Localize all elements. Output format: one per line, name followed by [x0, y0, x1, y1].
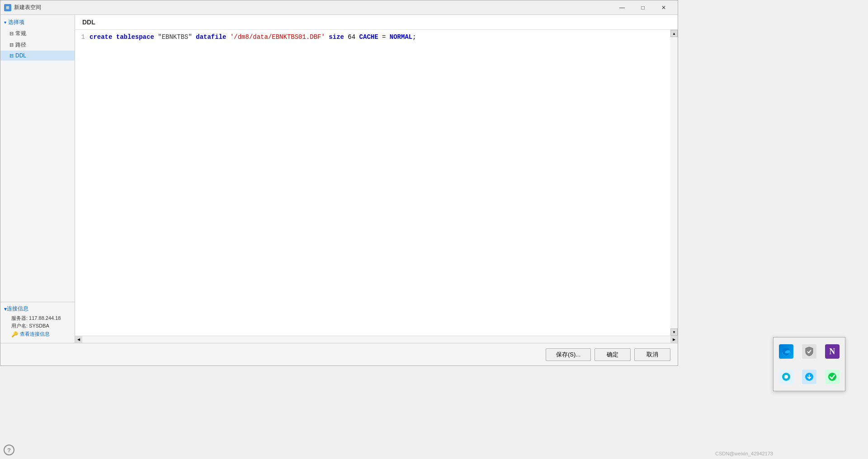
- dialog-window: ⊞ 新建表空间 — □ ✕ ▾ 选择项 ⊟ 常规 ⊟: [0, 0, 678, 366]
- system-tray-popup: N: [773, 337, 845, 391]
- title-bar: ⊞ 新建表空间 — □ ✕: [0, 0, 678, 15]
- shield-icon: [802, 344, 816, 359]
- connection-info-section: ▾ 连接信息 服务器: 117.88.244.18 用户名: SYSDBA 🔑 …: [0, 302, 75, 341]
- kw-normal: NORMAL: [390, 33, 412, 41]
- line-numbers: 1: [75, 33, 90, 41]
- ddl-icon: ⊟: [9, 53, 14, 59]
- green-icon: [825, 370, 840, 384]
- sidebar-item-ddl-label: DDL: [15, 52, 26, 59]
- tray-icon-download[interactable]: [798, 365, 821, 389]
- vertical-scrollbar[interactable]: ▲ ▼: [670, 30, 678, 336]
- h-scroll-track: [82, 336, 670, 343]
- cancel-button[interactable]: 取消: [634, 348, 670, 361]
- connection-section-header[interactable]: ▾ 连接信息: [4, 305, 71, 313]
- username-info: 用户名: SYSDBA: [4, 322, 71, 330]
- window-icon: ⊞: [4, 4, 11, 11]
- note-icon: N: [825, 344, 840, 359]
- line-number-1: 1: [75, 33, 85, 41]
- kw-datafile: datafile: [196, 33, 226, 41]
- editor-area: DDL 1 create tablespace "EBNKTBS" datafi…: [75, 15, 678, 343]
- sidebar-item-regular-label: 常规: [15, 30, 26, 37]
- tray-icon-browser[interactable]: [775, 365, 797, 389]
- sidebar-item-path[interactable]: ⊟ 路径: [0, 39, 75, 51]
- view-connection-label: 查看连接信息: [20, 331, 50, 337]
- svg-point-4: [828, 373, 836, 381]
- scroll-up-btn[interactable]: ▲: [670, 30, 678, 37]
- tray-icon-note[interactable]: N: [821, 339, 843, 364]
- tray-icon-green[interactable]: [821, 365, 843, 389]
- scroll-left-btn[interactable]: ◀: [75, 336, 82, 343]
- edge-icon: [779, 344, 793, 359]
- kw-size: size: [329, 33, 344, 41]
- close-button[interactable]: ✕: [653, 0, 674, 15]
- tray-icon-edge[interactable]: [775, 339, 797, 364]
- help-area: ?: [4, 445, 14, 455]
- regular-icon: ⊟: [9, 31, 14, 37]
- window-controls: — □ ✕: [612, 0, 674, 15]
- download-icon: [802, 370, 816, 384]
- size-value: 64: [348, 33, 355, 41]
- watermark: CSDN@weixin_42942173: [715, 451, 773, 456]
- code-content: create tablespace "EBNKTBS" datafile '/d…: [90, 33, 678, 41]
- semicolon: ;: [412, 33, 416, 41]
- editor-header: DDL: [75, 15, 678, 30]
- server-info: 服务器: 117.88.244.18: [4, 314, 71, 322]
- confirm-button[interactable]: 确定: [594, 348, 631, 361]
- editor-body[interactable]: 1 create tablespace "EBNKTBS" datafile '…: [75, 30, 678, 336]
- save-button[interactable]: 保存(S)...: [546, 348, 591, 361]
- tray-icon-shield[interactable]: [798, 339, 821, 364]
- maximize-button[interactable]: □: [632, 0, 653, 15]
- sidebar-item-regular[interactable]: ⊟ 常规: [0, 28, 75, 39]
- key-icon: 🔑: [11, 331, 18, 337]
- browser-icon: [779, 370, 793, 384]
- sidebar-section-header[interactable]: ▾ 选择项: [0, 17, 75, 28]
- horizontal-scrollbar[interactable]: ◀ ▶: [75, 336, 678, 343]
- sidebar-item-ddl[interactable]: ⊟ DDL: [0, 51, 75, 61]
- window-title: 新建表空间: [14, 4, 612, 11]
- sidebar: ▾ 选择项 ⊟ 常规 ⊟ 路径 ⊟ DDL ▾ 连接信息: [0, 15, 75, 343]
- sidebar-section-label: 选择项: [8, 19, 24, 26]
- equals-sign: =: [382, 33, 386, 41]
- scroll-down-btn[interactable]: ▼: [670, 328, 678, 336]
- section-arrow-icon: ▾: [4, 20, 6, 25]
- svg-point-2: [784, 375, 788, 379]
- main-content: ▾ 选择项 ⊟ 常规 ⊟ 路径 ⊟ DDL ▾ 连接信息: [0, 15, 678, 343]
- kw-create-tablespace: create tablespace: [90, 33, 154, 41]
- sidebar-item-path-label: 路径: [15, 41, 26, 49]
- minimize-button[interactable]: —: [612, 0, 632, 15]
- help-button[interactable]: ?: [4, 445, 14, 455]
- kw-cache: CACHE: [359, 33, 378, 41]
- path-icon: ⊟: [9, 42, 14, 48]
- tablespace-name: "EBNKTBS": [158, 33, 192, 41]
- code-area: 1 create tablespace "EBNKTBS" datafile '…: [75, 30, 678, 44]
- bottom-bar: 保存(S)... 确定 取消: [0, 343, 678, 365]
- scroll-right-btn[interactable]: ▶: [670, 336, 678, 343]
- view-connection-link[interactable]: 🔑 查看连接信息: [4, 330, 71, 338]
- connection-section-label: 连接信息: [7, 305, 28, 313]
- file-path: '/dm8/data/EBNKTBS01.DBF': [230, 33, 325, 41]
